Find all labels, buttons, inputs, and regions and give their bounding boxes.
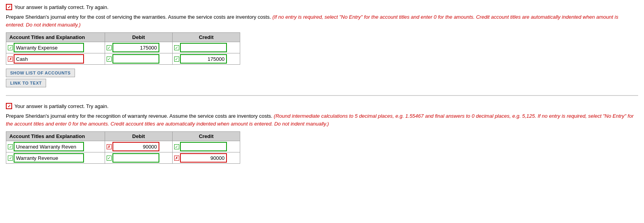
debit-check-2-1: ✗ (107, 144, 112, 149)
credit-input-1-1[interactable] (180, 43, 227, 52)
credit-cell-2-2: ✗ (172, 152, 240, 164)
account-check-2-1: ✓ (8, 144, 13, 149)
debit-input-1-1[interactable] (112, 43, 159, 52)
debit-cell-2-2: ✓ (105, 152, 172, 164)
credit-cell-1-2: ✓ (172, 53, 240, 65)
account-input-2-2[interactable] (14, 153, 84, 163)
section-1: ✓ Your answer is partially correct. Try … (6, 4, 638, 87)
debit-input-2-1[interactable] (112, 142, 159, 151)
account-check-2-2: ✓ (8, 156, 13, 161)
instruction-2: Prepare Sheridan's journal entry for the… (6, 112, 638, 127)
table-row: ✓ ✗ ✓ (6, 141, 240, 152)
credit-input-2-2[interactable] (180, 153, 227, 163)
debit-check-1-1: ✓ (107, 45, 112, 50)
status-text-2: Your answer is partially correct. Try ag… (14, 103, 109, 109)
col-credit-header-1: Credit (172, 33, 240, 42)
account-cell-1-1: ✓ (6, 42, 105, 53)
section-2: ✓ Your answer is partially correct. Try … (6, 103, 638, 164)
col-credit-header-2: Credit (172, 132, 240, 141)
credit-check-1-1: ✓ (174, 45, 179, 50)
table-row: ✓ ✓ ✓ (6, 42, 240, 53)
section-divider (6, 95, 638, 96)
show-list-button-1[interactable]: SHOW LIST OF ACCOUNTS (6, 69, 75, 77)
instruction-plain-2: Prepare Sheridan's journal entry for the… (6, 113, 272, 119)
credit-check-1-2: ✓ (174, 57, 179, 62)
account-input-2-1[interactable] (14, 142, 84, 151)
col-account-header-1: Account Titles and Explanation (6, 33, 105, 42)
col-account-header-2: Account Titles and Explanation (6, 132, 105, 141)
debit-check-1-2: ✓ (107, 57, 112, 62)
table-row: ✓ ✓ ✗ (6, 152, 240, 164)
debit-input-1-2[interactable] (112, 54, 159, 64)
account-cell-1-2: ✗ (6, 53, 105, 65)
account-check-1-1: ✓ (8, 45, 13, 50)
answer-status-2: ✓ Your answer is partially correct. Try … (6, 103, 638, 109)
partial-correct-icon-2: ✓ (6, 103, 12, 109)
debit-cell-2-1: ✗ (105, 141, 172, 152)
debit-input-2-2[interactable] (112, 153, 159, 163)
journal-table-2: Account Titles and Explanation Debit Cre… (6, 131, 240, 164)
account-check-1-2: ✗ (8, 57, 13, 62)
credit-cell-1-1: ✓ (172, 42, 240, 53)
answer-status-1: ✓ Your answer is partially correct. Try … (6, 4, 638, 10)
account-input-1-2[interactable] (14, 54, 84, 64)
link-to-text-button-1[interactable]: LINK TO TEXT (6, 79, 46, 87)
credit-input-1-2[interactable] (180, 54, 227, 64)
journal-table-1: Account Titles and Explanation Debit Cre… (6, 32, 240, 65)
account-cell-2-1: ✓ (6, 141, 105, 152)
col-debit-header-1: Debit (105, 33, 172, 42)
buttons-section-1: SHOW LIST OF ACCOUNTS LINK TO TEXT (6, 69, 638, 87)
account-input-1-1[interactable] (14, 43, 84, 52)
debit-cell-1-2: ✓ (105, 53, 172, 65)
account-cell-2-2: ✓ (6, 152, 105, 164)
debit-check-2-2: ✓ (107, 156, 112, 161)
table-row: ✗ ✓ ✓ (6, 53, 240, 65)
partial-correct-icon-1: ✓ (6, 4, 12, 10)
credit-check-2-1: ✓ (174, 144, 179, 149)
instruction-plain-1: Prepare Sheridan's journal entry for the… (6, 14, 271, 20)
status-text-1: Your answer is partially correct. Try ag… (14, 4, 109, 10)
debit-cell-1-1: ✓ (105, 42, 172, 53)
col-debit-header-2: Debit (105, 132, 172, 141)
instruction-1: Prepare Sheridan's journal entry for the… (6, 13, 638, 28)
credit-input-2-1[interactable] (180, 142, 227, 151)
credit-cell-2-1: ✓ (172, 141, 240, 152)
credit-check-2-2: ✗ (174, 156, 179, 161)
